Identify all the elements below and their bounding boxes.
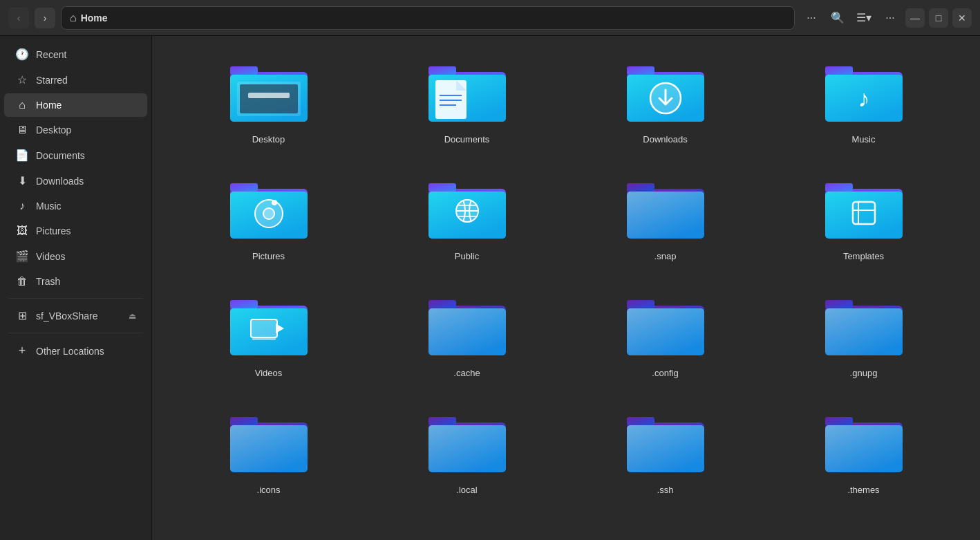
file-label-public: Public	[455, 251, 479, 261]
file-label-gnupg: .gnupg	[850, 368, 878, 378]
file-item-config[interactable]: .config	[569, 283, 761, 387]
svg-rect-70	[825, 425, 903, 472]
svg-rect-64	[428, 425, 506, 472]
svg-rect-5	[248, 93, 290, 98]
home-sidebar-icon: ⌂	[15, 99, 29, 111]
sidebar-item-home[interactable]: ⌂ Home	[4, 93, 147, 117]
address-text: Home	[81, 12, 108, 24]
svg-rect-55	[627, 308, 704, 355]
file-item-templates[interactable]: Templates	[768, 167, 959, 270]
file-label-themes: .themes	[847, 485, 879, 495]
svg-rect-39	[825, 183, 853, 192]
file-item-videos[interactable]: Videos	[173, 283, 364, 387]
file-item-music[interactable]: ♪ Music	[768, 50, 959, 153]
sidebar-label-starred: Starred	[36, 75, 68, 86]
svg-rect-47	[251, 319, 277, 337]
folder-icon-local	[426, 411, 509, 478]
file-item-cache[interactable]: .cache	[371, 283, 563, 387]
file-label-config: .config	[652, 368, 678, 378]
back-button[interactable]: ‹	[8, 8, 29, 28]
file-label-videos: Videos	[255, 368, 283, 378]
view-button[interactable]: ☰▾	[853, 7, 875, 29]
music-icon: ♪	[15, 200, 29, 212]
file-area: Desktop	[152, 36, 980, 540]
file-item-local[interactable]: .local	[371, 400, 563, 503]
file-label-music: Music	[852, 134, 876, 145]
eject-icon[interactable]: ⏏	[129, 311, 136, 321]
svg-rect-52	[428, 308, 506, 355]
svg-rect-23	[230, 183, 258, 192]
sidebar: 🕐 Recent ☆ Starred ⌂ Home 🖥 Desktop 📄 Do…	[0, 36, 152, 540]
svg-rect-60	[230, 417, 258, 425]
videos-icon: 🎬	[15, 250, 29, 263]
file-label-cache: .cache	[453, 368, 480, 378]
file-item-downloads[interactable]: Downloads	[569, 50, 761, 153]
sidebar-item-other[interactable]: + Other Locations	[4, 338, 147, 364]
file-item-desktop[interactable]: Desktop	[173, 50, 364, 153]
sidebar-item-videos[interactable]: 🎬 Videos	[4, 244, 147, 268]
file-item-documents[interactable]: Documents	[371, 50, 563, 153]
documents-icon: 📄	[15, 149, 29, 162]
downloads-icon: ⬇	[15, 174, 29, 187]
sidebar-divider	[8, 298, 143, 299]
address-more-button[interactable]: ···	[800, 7, 822, 29]
sidebar-item-desktop[interactable]: 🖥 Desktop	[4, 118, 147, 142]
svg-rect-51	[428, 300, 456, 308]
sidebar-label-recent: Recent	[36, 49, 66, 60]
sidebar-item-vboxshare[interactable]: ⊞ sf_VBoxShare ⏏	[4, 304, 147, 328]
file-label-downloads: Downloads	[643, 134, 687, 145]
other-icon: +	[15, 344, 29, 358]
folder-icon-downloads	[624, 61, 707, 127]
sidebar-label-pictures: Pictures	[36, 225, 71, 236]
file-label-local: .local	[456, 485, 477, 495]
file-label-snap: .snap	[654, 251, 677, 261]
svg-text:♪: ♪	[858, 85, 869, 111]
sidebar-item-documents[interactable]: 📄 Documents	[4, 143, 147, 167]
close-button[interactable]: ✕	[952, 8, 972, 28]
file-label-desktop: Desktop	[252, 134, 285, 145]
vbox-icon: ⊞	[15, 309, 29, 322]
file-label-pictures: Pictures	[252, 251, 285, 261]
file-item-icons[interactable]: .icons	[173, 400, 364, 503]
sidebar-label-vbox: sf_VBoxShare	[36, 310, 98, 322]
file-item-pictures[interactable]: Pictures	[173, 167, 364, 270]
svg-rect-54	[627, 300, 654, 308]
svg-rect-14	[627, 66, 654, 75]
folder-icon-ssh	[624, 411, 707, 478]
file-item-themes[interactable]: .themes	[768, 400, 959, 503]
sidebar-item-pictures[interactable]: 🖼 Pictures	[4, 219, 147, 243]
file-label-templates: Templates	[843, 251, 884, 261]
home-icon: ⌂	[70, 12, 77, 24]
app-menu-button[interactable]: ···	[879, 7, 901, 29]
maximize-button[interactable]: □	[929, 8, 948, 28]
sidebar-item-downloads[interactable]: ⬇ Downloads	[4, 169, 147, 193]
folder-icon-icons	[227, 411, 310, 478]
folder-icon-public	[426, 178, 509, 244]
minimize-button[interactable]: —	[905, 8, 925, 28]
svg-point-26	[263, 208, 274, 219]
folder-icon-snap	[624, 178, 707, 244]
address-bar[interactable]: ⌂ Home	[61, 6, 795, 30]
sidebar-label-videos: Videos	[36, 251, 66, 262]
folder-icon-videos	[227, 295, 310, 361]
sidebar-item-music[interactable]: ♪ Music	[4, 194, 147, 218]
sidebar-item-starred[interactable]: ☆ Starred	[4, 68, 147, 92]
file-item-snap[interactable]: .snap	[569, 167, 761, 270]
folder-icon-config	[624, 295, 707, 361]
file-item-public[interactable]: Public	[371, 167, 563, 270]
file-label-ssh: .ssh	[657, 485, 674, 495]
file-item-ssh[interactable]: .ssh	[569, 400, 761, 503]
folder-icon-pictures	[227, 178, 310, 244]
forward-button[interactable]: ›	[35, 8, 55, 28]
svg-rect-37	[627, 192, 704, 239]
sidebar-item-recent[interactable]: 🕐 Recent	[4, 42, 147, 66]
file-item-gnupg[interactable]: .gnupg	[768, 283, 959, 387]
svg-rect-67	[627, 425, 704, 472]
sidebar-item-trash[interactable]: 🗑 Trash	[4, 270, 147, 293]
search-button[interactable]: 🔍	[827, 7, 849, 29]
file-grid: Desktop	[173, 50, 959, 503]
svg-rect-45	[230, 300, 258, 308]
svg-rect-1	[230, 66, 258, 75]
recent-icon: 🕐	[15, 48, 29, 61]
sidebar-label-desktop: Desktop	[36, 124, 71, 136]
